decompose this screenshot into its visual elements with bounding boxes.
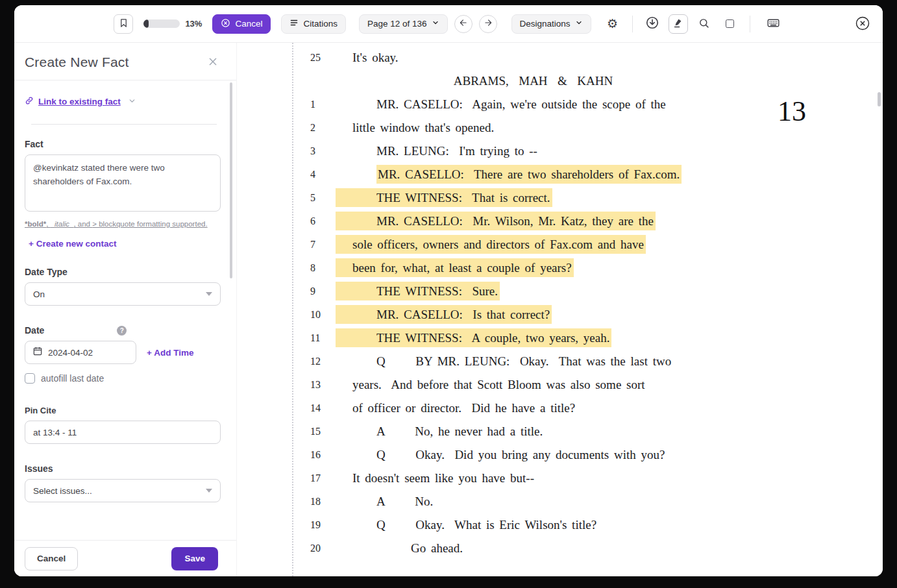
citations-icon xyxy=(289,18,299,29)
hint-bold: *bold* xyxy=(25,220,46,228)
progress-label: 13% xyxy=(185,19,202,29)
highlighted-text[interactable]: sole officers, owners and directors of F… xyxy=(336,235,646,254)
citations-button[interactable]: Citations xyxy=(281,14,346,34)
link-to-existing-fact-label: Link to existing fact xyxy=(38,97,121,106)
help-icon[interactable]: ? xyxy=(117,326,127,336)
line-number: 15 xyxy=(292,420,352,443)
highlighted-text[interactable]: MR. CASELLO: Is that correct? xyxy=(336,305,552,324)
highlighted-text[interactable]: THE WITNESS: A couple, two years, yeah. xyxy=(336,328,611,347)
transcript-text: Go ahead. xyxy=(411,541,463,555)
arrow-left-icon xyxy=(459,18,468,29)
line-number: 17 xyxy=(292,467,352,490)
search-button[interactable] xyxy=(694,14,714,34)
transcript-line: 25It's okay. xyxy=(292,46,714,69)
transcript-line: 2little window that's opened. xyxy=(292,116,714,140)
link-icon xyxy=(25,96,34,107)
progress-bar xyxy=(143,19,180,28)
chevron-down-icon xyxy=(432,19,439,29)
page-selector[interactable]: Page 12 of 136 xyxy=(359,14,448,34)
rectangle-select-tool-button[interactable] xyxy=(720,14,740,34)
fact-label: Fact xyxy=(25,139,221,149)
date-field[interactable] xyxy=(48,348,129,358)
issues-select[interactable]: Select issues... xyxy=(25,479,221,502)
line-number: 2 xyxy=(292,116,352,140)
link-to-existing-fact-button[interactable]: Link to existing fact xyxy=(25,96,136,107)
line-number: 4 xyxy=(292,163,352,186)
highlighted-text[interactable]: been for, what, at least a couple of yea… xyxy=(336,258,574,277)
cancel-circle-x-icon xyxy=(221,18,230,30)
close-viewer-button[interactable] xyxy=(853,14,872,34)
transcript-line: 16Q Okay. Did you bring any documents wi… xyxy=(292,443,714,467)
transcript-line: 14of officer or director. Did he have a … xyxy=(292,397,714,420)
hint-italic: _italic_ xyxy=(51,220,74,228)
pin-cite-label: Pin Cite xyxy=(25,406,221,415)
panel-header: Create New Fact xyxy=(14,43,236,80)
issues-placeholder: Select issues... xyxy=(33,486,92,496)
transcript-line: 3MR. LEUNG: I'm trying to -- xyxy=(292,140,714,163)
app-window: 13% Cancel Citations Page 12 of 136 Desi… xyxy=(14,5,883,576)
transcript-text: It's okay. xyxy=(352,51,399,64)
next-page-button[interactable] xyxy=(479,15,497,33)
highlighted-text[interactable]: THE WITNESS: Sure. xyxy=(336,282,500,300)
line-number xyxy=(292,69,352,93)
transcript-line: 9THE WITNESS: Sure. xyxy=(292,280,714,303)
highlighted-text[interactable]: MR. CASELLO: There are two shareholders … xyxy=(376,165,682,184)
bookmark-button[interactable] xyxy=(114,14,133,34)
fact-textarea[interactable]: @kevinkatz stated there were two shareho… xyxy=(25,154,221,212)
date-type-select[interactable]: On xyxy=(25,282,221,306)
highlighted-text[interactable]: MR. CASELLO: Mr. Wilson, Mr. Katz, they … xyxy=(336,212,656,230)
line-number: 20 xyxy=(292,537,352,560)
designations-label: Designations xyxy=(520,19,571,29)
panel-footer: Cancel Save xyxy=(14,540,236,576)
transcript-viewer: 25It's okay.ABRAMS, MAH & KAHN1MR. CASEL… xyxy=(237,43,883,576)
add-time-link[interactable]: + Add Time xyxy=(147,348,193,358)
previous-page-button[interactable] xyxy=(454,15,473,33)
autofill-checkbox[interactable] xyxy=(25,373,35,384)
line-number: 12 xyxy=(292,350,352,373)
transcript-text: A No, he never had a title. xyxy=(376,424,543,438)
panel-title: Create New Fact xyxy=(25,55,129,70)
line-number: 14 xyxy=(292,397,352,420)
close-panel-button[interactable] xyxy=(204,53,222,71)
pin-cite-input[interactable] xyxy=(25,421,221,444)
issues-label: Issues xyxy=(25,463,221,474)
cancel-designation-button[interactable]: Cancel xyxy=(212,14,271,34)
chevron-down-icon xyxy=(575,19,583,29)
line-number: 3 xyxy=(292,140,352,163)
download-button[interactable] xyxy=(643,14,662,34)
line-number: 16 xyxy=(292,443,352,467)
transcript-text: MR. LEUNG: I'm trying to -- xyxy=(376,144,537,158)
transcript-line: 15A No, he never had a title. xyxy=(292,420,714,443)
transcript-text: It doesn't seem like you have but-- xyxy=(352,471,534,485)
transcript-line: ABRAMS, MAH & KAHN xyxy=(292,69,714,93)
highlighter-tool-button[interactable] xyxy=(669,14,688,34)
panel-save-button[interactable]: Save xyxy=(171,547,218,570)
line-number: 13 xyxy=(292,373,352,397)
progress-fill xyxy=(143,19,148,28)
highlighted-text[interactable]: THE WITNESS: That is correct. xyxy=(336,188,552,207)
date-input[interactable] xyxy=(25,341,136,364)
keyboard-shortcuts-button[interactable] xyxy=(764,14,783,34)
create-new-contact-link[interactable]: + Create new contact xyxy=(29,239,116,249)
panel-scrollbar[interactable] xyxy=(230,82,232,278)
panel-cancel-button[interactable]: Cancel xyxy=(25,547,78,570)
transcript-line: 8been for, what, at least a couple of ye… xyxy=(292,256,714,280)
close-circle-x-icon xyxy=(855,16,870,33)
transcript-text: of officer or director. Did he have a ti… xyxy=(352,401,575,415)
transcript-line: 12Q BY MR. LEUNG: Okay. That was the las… xyxy=(292,350,714,373)
transcript-text: years. And before that Scott Bloom was a… xyxy=(352,378,645,391)
line-number: 21 xyxy=(292,560,352,566)
content-area: Create New Fact Link to existing fact Fa… xyxy=(14,43,883,576)
highlighter-icon xyxy=(672,18,683,31)
date-label-row: Date ? xyxy=(25,325,221,336)
designations-dropdown[interactable]: Designations xyxy=(511,14,591,34)
transcript-line: 4MR. CASELLO: There are two shareholders… xyxy=(292,163,714,186)
autofill-row: autofill last date xyxy=(25,373,221,384)
date-row: + Add Time xyxy=(25,341,221,364)
toolbar-divider xyxy=(632,16,633,32)
transcript-line: 19Q Okay. What is Eric Wilson's title? xyxy=(292,513,714,537)
settings-button[interactable]: ⚙ xyxy=(603,14,622,34)
transcript-text: ABRAMS, MAH & KAHN xyxy=(454,74,613,88)
line-number: 1 xyxy=(292,93,352,116)
transcript-scrollbar[interactable] xyxy=(878,92,881,106)
